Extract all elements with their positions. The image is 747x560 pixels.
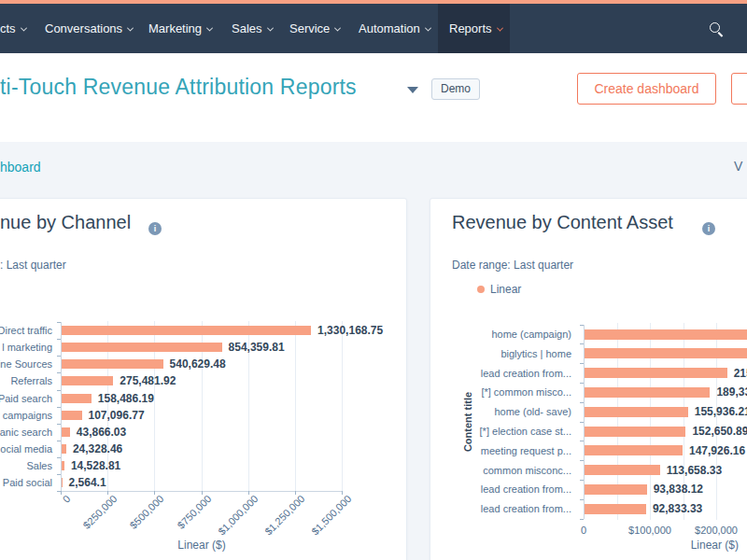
y-axis-tick (580, 441, 584, 441)
category-label: lead creation from... (431, 502, 571, 515)
bar[interactable] (62, 411, 82, 420)
view-control-clipped[interactable]: V (734, 159, 742, 174)
bar[interactable] (585, 427, 685, 437)
y-axis-title: Content title (462, 366, 475, 478)
nav-item-label: Sales (232, 21, 262, 35)
bar[interactable] (585, 504, 646, 514)
nav-item-cts[interactable]: cts (0, 4, 26, 53)
y-axis-tick (57, 372, 61, 373)
date-range-label: : Last quarter (0, 259, 66, 272)
bar[interactable] (585, 329, 747, 340)
bar[interactable] (62, 427, 70, 437)
category-label: ine Sources (0, 357, 52, 371)
legend-dot-icon (477, 286, 485, 293)
y-axis-tick (57, 390, 61, 391)
y-axis-tick (57, 474, 61, 475)
chevron-down-icon (496, 25, 502, 32)
y-axis-tick (57, 356, 61, 357)
dashboard-page: ctsConversationsMarketingSalesServiceAut… (0, 0, 747, 560)
chevron-down-icon (127, 25, 134, 32)
bar-value-label: 152,650.89 (692, 425, 747, 438)
bar-value-label: 14,528.81 (71, 459, 120, 472)
y-axis-tick (57, 441, 61, 441)
category-label: meeting request p... (431, 444, 571, 457)
bar[interactable] (585, 407, 688, 417)
bar[interactable] (585, 445, 683, 455)
bar[interactable] (62, 326, 311, 335)
nav-item-automation[interactable]: Automation (359, 4, 430, 53)
info-icon[interactable]: i (148, 222, 162, 235)
category-label: l marketing (0, 341, 52, 354)
gridline (295, 321, 296, 491)
gridline (342, 321, 343, 491)
nav-item-service[interactable]: Service (289, 4, 340, 53)
bar-value-label: 275,481.92 (120, 374, 176, 387)
demo-badge: Demo (431, 78, 480, 100)
bar[interactable] (62, 376, 113, 385)
y-axis-tick (580, 325, 584, 326)
y-axis-tick (57, 407, 61, 408)
create-dashboard-button[interactable]: Create dashboard (577, 73, 716, 105)
bar[interactable] (62, 444, 66, 454)
category-label: lead creation from... (431, 483, 571, 496)
bar-value-label: 540,629.48 (170, 357, 226, 371)
top-navbar: ctsConversationsMarketingSalesServiceAut… (0, 4, 747, 53)
y-axis-tick (580, 422, 584, 423)
chevron-down-icon (21, 25, 27, 32)
chevron-down-icon (334, 25, 341, 32)
bar[interactable] (585, 348, 747, 358)
date-range-label: Date range: Last quarter (452, 259, 573, 272)
bar-value-label: 147,926.16 (689, 444, 745, 457)
y-axis-tick (57, 457, 61, 458)
dashboard-link[interactable]: hboard (0, 160, 41, 175)
y-axis-tick (580, 519, 584, 520)
bar-value-label: 24,328.46 (73, 442, 122, 455)
clipped-action-button[interactable] (731, 73, 747, 105)
category-label: home (campaign) (431, 328, 571, 341)
bar[interactable] (585, 387, 710, 398)
category-label: common misconc... (431, 464, 571, 477)
y-axis-tick (580, 383, 584, 384)
category-label: Paid search (0, 392, 52, 405)
category-label: ocial media (0, 442, 52, 455)
x-tick-label: $200,000 (679, 525, 747, 536)
category-label: [*] election case st... (431, 425, 571, 438)
nav-item-conversations[interactable]: Conversations (45, 4, 133, 53)
category-label: ganic search (0, 426, 52, 439)
y-axis-tick (580, 363, 584, 364)
bar-value-label: 2,564.1 (69, 476, 106, 489)
bar[interactable] (585, 484, 647, 495)
nav-item-label: Conversations (45, 21, 122, 35)
nav-item-label: Automation (359, 21, 420, 35)
chevron-down-icon (266, 25, 273, 32)
bar[interactable] (585, 368, 727, 378)
bar-value-label: 158,486.19 (98, 392, 154, 405)
category-label: Referrals (0, 374, 52, 387)
category-label: home (old- save) (431, 405, 571, 418)
bar[interactable] (62, 461, 64, 470)
y-axis-tick (580, 343, 584, 344)
y-axis-tick (57, 339, 61, 340)
x-tick-label: $100,000 (613, 525, 687, 536)
nav-item-reports[interactable]: Reports (449, 4, 502, 53)
search-icon[interactable] (710, 22, 726, 39)
legend-item-linear[interactable]: Linear (490, 283, 521, 296)
bar-value-label: 43,866.03 (77, 426, 126, 439)
bar[interactable] (585, 465, 660, 475)
bar[interactable] (62, 343, 222, 352)
nav-item-marketing[interactable]: Marketing (148, 4, 212, 53)
bar-value-label: 854,359.81 (229, 341, 285, 354)
category-label: [*] common misco... (431, 385, 571, 399)
bar-value-label: 215 (734, 367, 747, 380)
x-axis-title: Linear ($) (627, 539, 739, 552)
y-axis-tick (580, 460, 584, 461)
bar[interactable] (62, 478, 63, 487)
category-label: lead creation from... (431, 367, 571, 380)
y-axis-tick (57, 424, 61, 425)
info-icon[interactable]: i (702, 222, 715, 235)
nav-item-sales[interactable]: Sales (232, 4, 273, 53)
category-label: r campaigns (0, 409, 52, 422)
bar[interactable] (62, 359, 163, 369)
bar[interactable] (62, 394, 92, 403)
title-dropdown-caret-icon[interactable] (407, 87, 418, 93)
